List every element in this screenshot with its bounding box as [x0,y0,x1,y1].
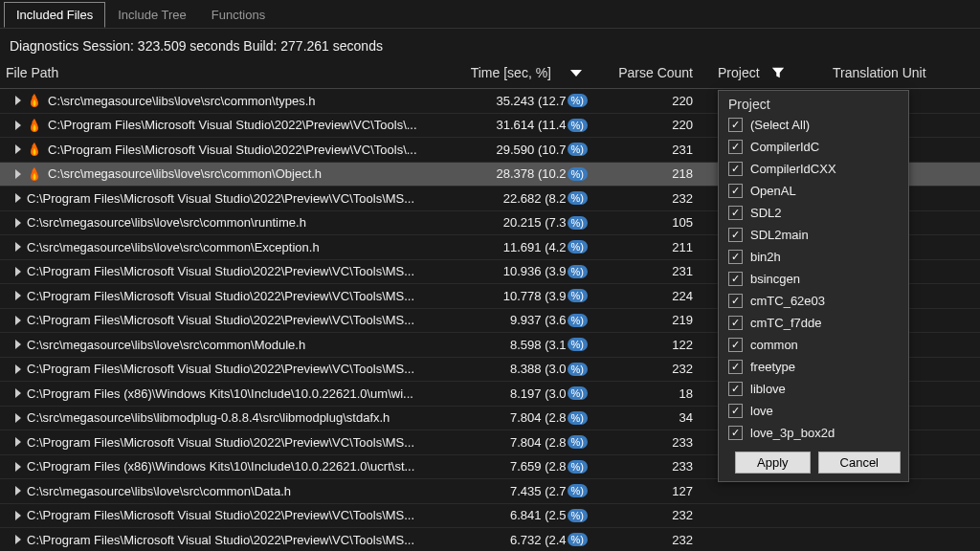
file-path-cell: C:\Program Files\Microsoft Visual Studio… [0,191,459,206]
filter-option[interactable]: bin2h [723,246,904,268]
expand-icon[interactable] [15,169,21,179]
tab-bar: Included Files Include Tree Functions [0,0,980,29]
time-cell: 31.614 (11.4%) [459,118,593,132]
expand-icon[interactable] [15,218,21,228]
filter-option[interactable]: liblove [723,378,904,400]
file-path-text: C:\src\megasource\libs\love\src\common\r… [27,215,306,230]
expand-icon[interactable] [15,242,21,252]
filter-option[interactable]: SDL2main [723,224,904,246]
column-time[interactable]: Time [sec, %] [459,65,593,80]
column-project[interactable]: Project [708,65,823,80]
expand-icon[interactable] [15,340,21,349]
checkbox-icon[interactable] [728,338,743,352]
percent-badge: %) [568,94,588,107]
percent-badge: %) [568,314,588,327]
file-path-text: C:\Program Files\Microsoft Visual Studio… [27,362,414,376]
filter-option[interactable]: common [723,334,904,356]
expand-icon[interactable] [15,388,21,398]
checkbox-icon[interactable] [728,140,743,154]
filter-options-list[interactable]: (Select All)CompilerIdCCompilerIdCXXOpen… [719,114,908,444]
expand-icon[interactable] [15,267,21,276]
checkbox-icon[interactable] [728,316,743,330]
filter-option[interactable]: love [723,400,904,422]
checkbox-icon[interactable] [728,184,743,198]
filter-title: Project [719,91,908,114]
percent-badge: %) [568,119,588,132]
column-file-path[interactable]: File Path [0,65,459,80]
filter-icon[interactable] [771,66,785,79]
file-path-text: C:\Program Files\Microsoft Visual Studio… [27,264,414,278]
percent-badge: %) [568,240,588,253]
time-cell: 10.936 (3.9%) [459,264,593,278]
filter-option[interactable]: CompilerIdC [723,136,904,158]
expand-icon[interactable] [15,316,21,325]
file-path-text: C:\Program Files\Microsoft Visual Studio… [27,435,414,450]
expand-icon[interactable] [15,193,21,203]
file-path-text: C:\Program Files\Microsoft Visual Studio… [27,289,414,303]
percent-badge: %) [568,533,588,546]
time-cell: 9.937 (3.6%) [459,313,593,327]
expand-icon[interactable] [15,96,21,105]
filter-option-label: love [750,404,773,418]
percent-badge: %) [568,509,588,522]
filter-option-label: cmTC_f7dde [750,316,821,330]
project-filter-dropdown: Project (Select All)CompilerIdCCompilerI… [718,90,909,482]
filter-option[interactable]: cmTC_f7dde [723,312,904,334]
filter-cancel-button[interactable]: Cancel [818,452,901,474]
filter-option[interactable]: OpenAL [723,180,904,202]
checkbox-icon[interactable] [728,426,743,440]
table-row[interactable]: C:\Program Files\Microsoft Visual Studio… [0,528,980,551]
filter-option[interactable]: cmTC_62e03 [723,290,904,312]
filter-option[interactable]: CompilerIdCXX [723,158,904,180]
expand-icon[interactable] [15,364,21,374]
checkbox-icon[interactable] [728,118,743,132]
file-path-cell: C:\Program Files (x86)\Windows Kits\10\I… [0,386,459,401]
checkbox-icon[interactable] [728,404,743,418]
filter-option[interactable]: bsincgen [723,268,904,290]
expand-icon[interactable] [15,462,21,472]
expand-icon[interactable] [15,121,21,130]
fire-icon [27,118,42,133]
tab-included-files[interactable]: Included Files [4,2,105,28]
filter-option[interactable]: freetype [723,356,904,378]
file-path-text: C:\src\megasource\libs\love\src\common\E… [27,240,320,254]
checkbox-icon[interactable] [728,162,743,176]
percent-badge: %) [568,411,588,425]
expand-icon[interactable] [15,535,21,544]
tab-functions[interactable]: Functions [199,2,278,28]
filter-option[interactable]: love_3p_box2d [723,422,904,444]
sort-descending-icon [570,70,582,77]
parse-count-cell: 231 [593,143,708,157]
filter-option[interactable]: (Select All) [723,114,904,136]
filter-option-label: OpenAL [750,184,796,198]
percent-badge: %) [568,460,588,474]
column-parse-count[interactable]: Parse Count [593,65,708,80]
checkbox-icon[interactable] [728,382,743,396]
filter-option[interactable]: SDL2 [723,202,904,224]
file-path-cell: C:\Program Files\Microsoft Visual Studio… [0,142,459,157]
table-row[interactable]: C:\Program Files\Microsoft Visual Studio… [0,504,980,529]
checkbox-icon[interactable] [728,206,743,220]
percent-badge: %) [568,143,588,156]
expand-icon[interactable] [15,511,21,520]
file-path-text: C:\Program Files (x86)\Windows Kits\10\I… [27,459,414,474]
checkbox-icon[interactable] [728,228,743,242]
expand-icon[interactable] [15,437,21,447]
parse-count-cell: 127 [593,484,708,498]
file-path-cell: C:\src\megasource\libs\love\src\common\E… [0,240,459,254]
fire-icon [27,93,42,108]
table-row[interactable]: C:\src\megasource\libs\love\src\common\D… [0,479,980,504]
tab-include-tree[interactable]: Include Tree [105,2,199,28]
checkbox-icon[interactable] [728,294,743,308]
expand-icon[interactable] [15,486,21,496]
checkbox-icon[interactable] [728,360,743,374]
checkbox-icon[interactable] [728,250,743,264]
column-translation-unit[interactable]: Translation Unit [823,65,980,80]
time-cell: 22.682 (8.2%) [459,191,593,206]
filter-apply-button[interactable]: Apply [735,452,811,474]
expand-icon[interactable] [15,144,21,154]
file-path-cell: C:\Program Files\Microsoft Visual Studio… [0,435,459,450]
expand-icon[interactable] [15,413,21,423]
expand-icon[interactable] [15,291,21,300]
checkbox-icon[interactable] [728,272,743,286]
